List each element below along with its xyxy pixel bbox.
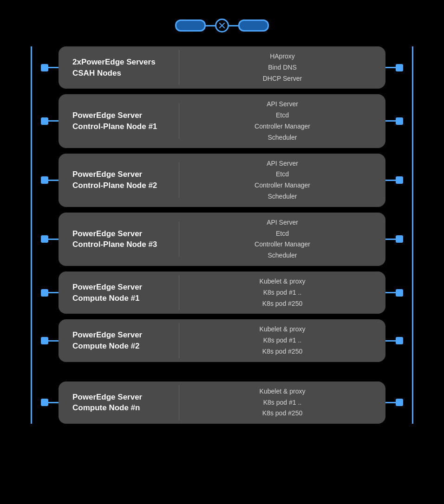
port-left-csah — [41, 64, 48, 71]
port-left-control2 — [41, 176, 48, 184]
node-left-control3: PowerEdge ServerControl-Plane Node #3 — [59, 222, 179, 257]
node-services-csah: HAproxyBind DNSDHCP Server — [189, 51, 376, 84]
hline-left-control2 — [48, 180, 59, 181]
switch-connector — [206, 19, 238, 32]
diagram: 2xPowerEdge ServersCSAH NodesHAproxyBind… — [13, 9, 431, 439]
node-row-control2: PowerEdge ServerControl-Plane Node #2API… — [41, 154, 403, 207]
node-services-control2: API ServerEtcdController ManagerSchedule… — [189, 158, 376, 202]
node-row-control3: PowerEdge ServerControl-Plane Node #3API… — [41, 213, 403, 266]
hline-left-computeN — [48, 402, 59, 403]
hline-left-compute1 — [48, 292, 59, 293]
switch-right — [238, 19, 269, 32]
node-left-compute2: PowerEdge ServerCompute Node #2 — [59, 323, 179, 358]
node-right-control1: API ServerEtcdController ManagerSchedule… — [179, 94, 385, 148]
connector-line-left — [206, 25, 215, 26]
port-right-computeN — [396, 399, 403, 406]
port-left-computeN — [41, 399, 48, 406]
port-left-compute2 — [41, 337, 48, 344]
port-left-control1 — [41, 117, 48, 125]
node-services-compute1: Kubelet & proxyK8s pod #1 ..K8s pod #250 — [189, 276, 376, 309]
node-right-compute2: Kubelet & proxyK8s pod #1 ..K8s pod #250 — [179, 319, 385, 362]
node-row-compute1: PowerEdge ServerCompute Node #1Kubelet &… — [41, 271, 403, 314]
switch-left — [175, 19, 206, 32]
node-row-csah: 2xPowerEdge ServersCSAH NodesHAproxyBind… — [41, 46, 403, 89]
port-right-csah — [396, 64, 403, 71]
hline-left-compute2 — [48, 340, 59, 342]
port-left-control3 — [41, 235, 48, 243]
hline-right-compute2 — [385, 340, 396, 342]
port-right-control1 — [396, 117, 403, 125]
bus-right — [412, 46, 413, 424]
hline-left-control3 — [48, 239, 59, 240]
node-title-compute1: PowerEdge ServerCompute Node #1 — [72, 282, 170, 304]
port-right-compute1 — [396, 289, 403, 297]
port-right-control2 — [396, 176, 403, 184]
node-left-csah: 2xPowerEdge ServersCSAH Nodes — [59, 50, 179, 85]
node-card-csah: 2xPowerEdge ServersCSAH NodesHAproxyBind… — [59, 46, 385, 89]
node-right-computeN: Kubelet & proxyK8s pod #1 ..K8s pod #250 — [179, 381, 385, 424]
node-row-control1: PowerEdge ServerControl-Plane Node #1API… — [41, 94, 403, 148]
bus-left — [31, 46, 32, 424]
port-left-compute1 — [41, 289, 48, 297]
node-right-control3: API ServerEtcdController ManagerSchedule… — [179, 213, 385, 266]
hline-right-compute1 — [385, 292, 396, 293]
node-title-control3: PowerEdge ServerControl-Plane Node #3 — [72, 228, 170, 251]
node-left-compute1: PowerEdge ServerCompute Node #1 — [59, 275, 179, 310]
nodes-container: 2xPowerEdge ServersCSAH NodesHAproxyBind… — [41, 46, 403, 424]
hline-left-csah — [48, 67, 59, 68]
node-card-compute1: PowerEdge ServerCompute Node #1Kubelet &… — [59, 271, 385, 314]
node-card-control3: PowerEdge ServerControl-Plane Node #3API… — [59, 213, 385, 266]
hline-right-computeN — [385, 402, 396, 403]
node-title-control1: PowerEdge ServerControl-Plane Node #1 — [72, 110, 170, 132]
hline-right-control3 — [385, 239, 396, 240]
port-right-control3 — [396, 235, 403, 243]
node-row-computeN: PowerEdge ServerCompute Node #nKubelet &… — [41, 381, 403, 424]
node-card-computeN: PowerEdge ServerCompute Node #nKubelet &… — [59, 381, 385, 424]
node-services-control1: API ServerEtcdController ManagerSchedule… — [189, 99, 376, 143]
node-right-csah: HAproxyBind DNSDHCP Server — [179, 46, 385, 89]
hline-right-control2 — [385, 180, 396, 181]
hline-left-control1 — [48, 120, 59, 122]
node-card-control1: PowerEdge ServerControl-Plane Node #1API… — [59, 94, 385, 148]
node-left-control2: PowerEdge ServerControl-Plane Node #2 — [59, 162, 179, 198]
node-title-computeN: PowerEdge ServerCompute Node #n — [72, 392, 170, 414]
node-right-control2: API ServerEtcdController ManagerSchedule… — [179, 154, 385, 207]
node-card-control2: PowerEdge ServerControl-Plane Node #2API… — [59, 154, 385, 207]
node-title-compute2: PowerEdge ServerCompute Node #2 — [72, 330, 170, 352]
hline-right-control1 — [385, 120, 396, 122]
node-left-control1: PowerEdge ServerControl-Plane Node #1 — [59, 103, 179, 139]
node-card-compute2: PowerEdge ServerCompute Node #2Kubelet &… — [59, 319, 385, 362]
node-services-computeN: Kubelet & proxyK8s pod #1 ..K8s pod #250 — [189, 386, 376, 419]
node-row-compute2: PowerEdge ServerCompute Node #2Kubelet &… — [41, 319, 403, 362]
connector-middle — [215, 19, 229, 32]
bus-wrapper: 2xPowerEdge ServersCSAH NodesHAproxyBind… — [13, 46, 431, 424]
switches-row — [13, 19, 431, 32]
node-title-control2: PowerEdge ServerControl-Plane Node #2 — [72, 169, 170, 191]
node-title-csah: 2xPowerEdge ServersCSAH Nodes — [72, 57, 170, 79]
node-services-control3: API ServerEtcdController ManagerSchedule… — [189, 217, 376, 261]
node-right-compute1: Kubelet & proxyK8s pod #1 ..K8s pod #250 — [179, 271, 385, 314]
node-left-computeN: PowerEdge ServerCompute Node #n — [59, 385, 179, 420]
port-right-compute2 — [396, 337, 403, 344]
node-services-compute2: Kubelet & proxyK8s pod #1 ..K8s pod #250 — [189, 324, 376, 357]
hline-right-csah — [385, 67, 396, 68]
gap-row — [41, 368, 403, 381]
connector-line-right — [229, 25, 238, 26]
